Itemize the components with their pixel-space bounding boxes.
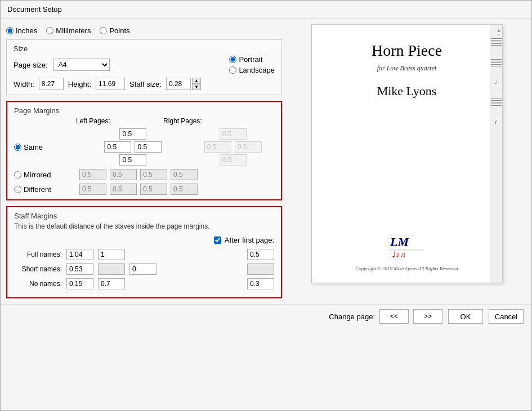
- notation-line: [491, 59, 502, 60]
- same-right-left-input: [204, 141, 231, 153]
- after-first-checkbox[interactable]: [214, 236, 221, 244]
- units-points-label[interactable]: Points: [100, 26, 129, 35]
- different-row: Different: [14, 184, 274, 195]
- notation-line: [491, 42, 502, 42]
- ok-button[interactable]: OK: [448, 309, 483, 324]
- notation-line: [491, 38, 502, 39]
- units-inches-text: Inches: [16, 26, 37, 35]
- svg-text:♩♪♫: ♩♪♫: [392, 251, 406, 259]
- size-label: Size: [14, 44, 275, 53]
- same-left-input[interactable]: [104, 141, 131, 153]
- same-right-top-input: [220, 128, 247, 140]
- no-names-input1[interactable]: [66, 278, 93, 289]
- notation-line: [491, 104, 502, 104]
- same-right-right-input: [235, 141, 262, 153]
- prev-page-btn[interactable]: <<: [379, 309, 409, 324]
- different-label: Different: [24, 185, 51, 194]
- staff-size-input[interactable]: [166, 78, 191, 90]
- staff-margins-label: Staff Margins: [14, 212, 274, 220]
- mirrored-l1: [79, 169, 106, 180]
- notation-line: [491, 43, 502, 44]
- same-top-input[interactable]: [119, 128, 146, 140]
- short-names-input2: [98, 263, 125, 275]
- preview-subtitle: for Low Brass quartet: [377, 64, 437, 73]
- landscape-text: Landscape: [239, 66, 275, 74]
- short-names-input3[interactable]: [129, 263, 157, 275]
- same-row: Same: [14, 128, 274, 166]
- short-names-label: Short names:: [14, 265, 62, 273]
- units-inches-label[interactable]: Inches: [6, 26, 37, 35]
- dialog-title: Document Setup: [7, 5, 62, 14]
- same-mid-row: [104, 141, 162, 153]
- staff-size-spinner: ▲ ▼: [192, 78, 201, 90]
- size-row2: Width: Height: Staff size: ▲ ▼: [14, 78, 275, 90]
- mirrored-row: Mirrored: [14, 169, 274, 180]
- units-row: Inches Millimeters Points: [6, 24, 282, 39]
- height-input[interactable]: [96, 78, 125, 90]
- units-inches-radio[interactable]: [6, 27, 14, 34]
- preview-logo: LM ♩♪♫: [387, 230, 427, 261]
- change-page-label: Change page:: [329, 312, 375, 321]
- units-points-text: Points: [109, 26, 129, 35]
- notation-line: [491, 62, 502, 63]
- staff-margins-desc: This is the default distance of the stav…: [14, 222, 274, 230]
- no-names-row: No names:: [14, 278, 274, 289]
- staff-margins-section: Staff Margins This is the default distan…: [6, 206, 282, 298]
- left-pages-header: Left Pages:: [76, 117, 163, 125]
- landscape-label[interactable]: Landscape: [229, 66, 275, 74]
- staff-size-up-btn[interactable]: ▲: [192, 78, 201, 84]
- mirrored-radio[interactable]: [14, 171, 21, 178]
- bottom-row: Change page: << >> OK Cancel: [1, 304, 531, 328]
- mirrored-l2: [110, 169, 137, 180]
- logo-svg: LM ♩♪♫: [387, 230, 427, 261]
- no-names-input3[interactable]: [247, 278, 274, 289]
- full-names-input1[interactable]: [66, 249, 93, 260]
- full-names-input2[interactable]: [98, 249, 125, 260]
- title-bar: Document Setup: [1, 1, 531, 19]
- short-names-input1[interactable]: [66, 263, 93, 275]
- notation-line: [491, 100, 502, 101]
- same-radio-col: Same: [14, 143, 75, 151]
- size-section: Size Page size: A4 Letter Legal A3 B4 Po…: [6, 39, 282, 95]
- different-radio[interactable]: [14, 186, 21, 193]
- same-bottom-input[interactable]: [119, 154, 146, 166]
- width-input[interactable]: [39, 78, 64, 90]
- different-r2: [171, 184, 198, 195]
- preview-author: Mike Lyons: [377, 84, 437, 99]
- preview-copyright: Copyright © 2019 Mike Lyons All Rights R…: [355, 266, 458, 271]
- different-radio-col: Different: [14, 185, 76, 194]
- units-mm-radio[interactable]: [46, 27, 53, 34]
- notation-line: [491, 61, 502, 61]
- orientation-col: Portrait Landscape: [229, 55, 275, 74]
- no-names-label: No names:: [14, 280, 62, 288]
- notation-line: [491, 64, 502, 65]
- staff-size-down-btn[interactable]: ▼: [192, 84, 201, 90]
- notation-line: [491, 99, 502, 99]
- preview-page: A♭ ♩: [311, 24, 503, 283]
- units-mm-label[interactable]: Millimeters: [46, 26, 91, 35]
- margins-grid: Left Pages: Right Pages: Same: [14, 117, 274, 195]
- same-right-input[interactable]: [135, 141, 162, 153]
- full-names-row: Full names:: [14, 249, 274, 260]
- document-setup-dialog: Document Setup Inches Millimeters Points: [0, 0, 532, 411]
- no-names-input2[interactable]: [98, 278, 125, 289]
- staff-size-wrap: ▲ ▼: [166, 78, 201, 90]
- right-pages-header: Right Pages:: [163, 117, 251, 125]
- landscape-radio[interactable]: [229, 66, 236, 74]
- page-size-select[interactable]: A4 Letter Legal A3 B4: [53, 59, 110, 71]
- different-l2: [110, 184, 137, 195]
- cancel-button[interactable]: Cancel: [489, 309, 524, 324]
- portrait-label[interactable]: Portrait: [229, 55, 275, 64]
- next-page-btn[interactable]: >>: [413, 309, 442, 324]
- same-radio[interactable]: [14, 144, 21, 151]
- same-inputs: [78, 128, 189, 166]
- same-right-mid: [204, 141, 262, 153]
- units-points-radio[interactable]: [100, 27, 107, 34]
- different-r1: [140, 184, 167, 195]
- page-margins-label: Page Margins: [14, 106, 274, 115]
- staff-size-label: Staff size:: [129, 80, 162, 88]
- short-names-input4: [247, 263, 274, 275]
- full-names-input3[interactable]: [247, 249, 274, 260]
- portrait-radio[interactable]: [229, 56, 236, 63]
- notation-line: [491, 102, 502, 102]
